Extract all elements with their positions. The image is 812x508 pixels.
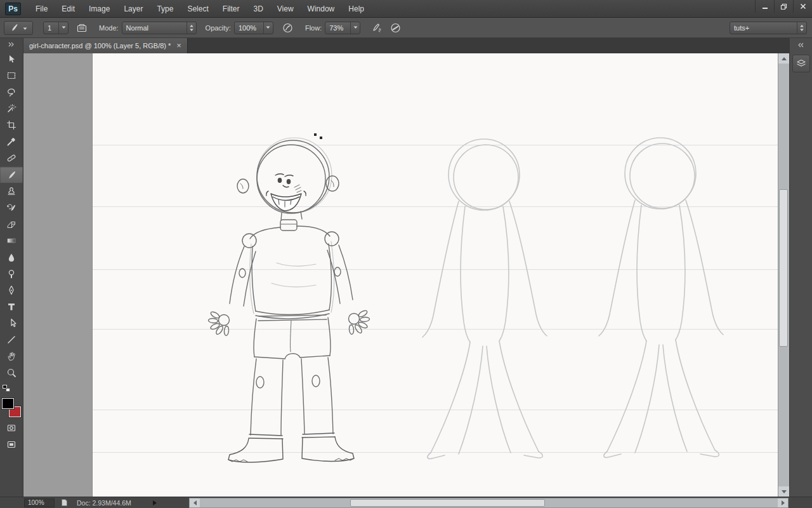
brush-size-picker[interactable]: 1 (43, 22, 69, 34)
tool-path-selection[interactable] (0, 315, 23, 331)
tool-dodge[interactable] (0, 265, 23, 282)
flow-label: Flow: (305, 24, 322, 32)
tool-blur[interactable] (0, 249, 23, 265)
opacity-value: 100% (239, 24, 256, 32)
toolbar-collapse-button[interactable] (0, 38, 23, 51)
menu-3d[interactable]: 3D (246, 0, 270, 17)
status-bar: 100% Doc: 2.93M/44.6M (0, 497, 812, 508)
tool-preset-picker[interactable] (4, 21, 33, 35)
mode-label: Mode: (99, 24, 119, 32)
horizontal-scrollbar[interactable] (189, 498, 789, 508)
vertical-scrollbar[interactable] (778, 53, 789, 497)
tool-spot-healing-brush[interactable] (0, 150, 23, 166)
menu-filter[interactable]: Filter (216, 0, 247, 17)
vertical-scrollbar-thumb[interactable] (779, 189, 788, 347)
tool-rectangular-marquee[interactable] (0, 67, 23, 84)
chevron-down-icon (23, 24, 27, 32)
document-tab-title: girl-character.psd @ 100% (Layer 5, RGB/… (29, 42, 171, 50)
updown-arrows-icon (187, 22, 196, 34)
dock-expand-button[interactable] (790, 38, 812, 52)
canvas-pasteboard[interactable] (23, 53, 778, 497)
tool-options-bar: 1 Mode: Normal Opacity: 100% Flow: 73% (0, 18, 812, 38)
tool-hand[interactable] (0, 348, 23, 364)
tool-type[interactable] (0, 298, 23, 315)
tablet-opacity-pressure-icon[interactable] (280, 21, 296, 35)
menu-layer[interactable]: Layer (117, 0, 150, 17)
screen-mode-button[interactable] (0, 436, 23, 453)
tool-crop[interactable] (0, 117, 23, 133)
chevron-down-icon (58, 22, 68, 34)
updown-arrows-icon (797, 22, 806, 34)
close-button[interactable] (793, 0, 812, 13)
tool-move[interactable] (0, 51, 23, 67)
document-tab-bar: girl-character.psd @ 100% (Layer 5, RGB/… (23, 38, 789, 53)
menu-image[interactable]: Image (82, 0, 117, 17)
scroll-up-button[interactable] (778, 53, 789, 64)
photoshop-logo: Ps (5, 3, 21, 15)
minimize-button[interactable] (755, 0, 774, 13)
foreground-color-swatch[interactable] (2, 398, 14, 409)
scroll-left-button[interactable] (190, 498, 200, 507)
tools-panel (0, 38, 23, 497)
zoom-level-value: 100% (28, 499, 44, 506)
opacity-label: Opacity: (206, 24, 231, 32)
tool-pen[interactable] (0, 282, 23, 298)
zoom-level-field[interactable]: 100% (24, 498, 55, 507)
tool-line[interactable] (0, 331, 23, 348)
tool-clone-stamp[interactable] (0, 183, 23, 199)
menu-type[interactable]: Type (150, 0, 180, 17)
tool-history-brush[interactable] (0, 199, 23, 216)
window-controls (755, 0, 812, 17)
menu-file[interactable]: File (29, 0, 55, 17)
blend-mode-value: Normal (126, 24, 148, 32)
tool-brush[interactable] (0, 166, 23, 183)
quick-mask-button[interactable] (0, 420, 23, 436)
opacity-select[interactable]: 100% (234, 22, 273, 34)
tab-close-icon[interactable]: × (176, 43, 181, 49)
horizontal-scrollbar-thumb[interactable] (350, 499, 545, 507)
document-status-icon (61, 498, 68, 507)
tool-lasso[interactable] (0, 84, 23, 100)
status-menu-arrow-icon[interactable] (153, 500, 157, 505)
scroll-down-button[interactable] (778, 486, 789, 497)
restore-button[interactable] (774, 0, 793, 13)
airbrush-toggle-icon[interactable] (368, 21, 384, 35)
chevron-down-icon (350, 22, 360, 34)
panel-dock (789, 38, 812, 497)
color-swatches[interactable] (2, 398, 21, 417)
tool-eraser[interactable] (0, 216, 23, 232)
document-size-info: Doc: 2.93M/44.6M (77, 499, 131, 507)
character-sketch-artwork (93, 53, 778, 497)
tablet-size-pressure-icon[interactable] (387, 21, 403, 35)
toggle-brush-panel-button[interactable] (74, 21, 90, 35)
document-canvas[interactable] (93, 53, 778, 497)
brush-size-value: 1 (48, 24, 51, 32)
flow-value: 73% (329, 24, 343, 32)
chevron-down-icon (263, 22, 273, 34)
tool-magic-wand[interactable] (0, 100, 23, 117)
menu-edit[interactable]: Edit (55, 0, 82, 17)
menu-select[interactable]: Select (180, 0, 215, 17)
menubar: Ps File Edit Image Layer Type Select Fil… (0, 0, 812, 18)
workspace-switcher[interactable]: tuts+ (730, 22, 807, 34)
workspace-value: tuts+ (734, 24, 749, 32)
scroll-right-button[interactable] (778, 498, 788, 507)
tool-gradient[interactable] (0, 232, 23, 249)
menu-view[interactable]: View (270, 0, 301, 17)
tool-eyedropper[interactable] (0, 133, 23, 150)
menu-window[interactable]: Window (301, 0, 342, 17)
tool-zoom[interactable] (0, 364, 23, 381)
document-tab[interactable]: girl-character.psd @ 100% (Layer 5, RGB/… (23, 38, 188, 53)
layers-panel-button[interactable] (792, 55, 810, 72)
menu-help[interactable]: Help (341, 0, 371, 17)
default-colors-icon[interactable] (3, 385, 10, 392)
brush-preset-icon (10, 23, 18, 33)
flow-select[interactable]: 73% (325, 22, 360, 34)
blend-mode-select[interactable]: Normal (122, 22, 197, 34)
